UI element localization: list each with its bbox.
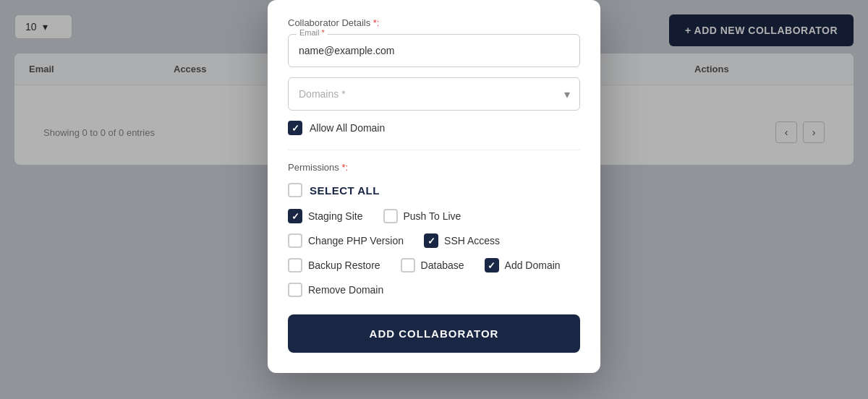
allow-all-domain-checkbox[interactable] bbox=[288, 121, 302, 135]
perm-staging-site: Staging Site bbox=[288, 209, 363, 223]
staging-site-label: Staging Site bbox=[308, 210, 363, 222]
perm-remove-domain: Remove Domain bbox=[288, 283, 383, 297]
change-php-label: Change PHP Version bbox=[308, 235, 404, 246]
select-all-checkbox[interactable] bbox=[288, 183, 302, 197]
email-field[interactable] bbox=[288, 34, 580, 67]
backup-restore-label: Backup Restore bbox=[308, 259, 380, 271]
allow-all-domain-label: Allow All Domain bbox=[310, 122, 385, 134]
perm-database: Database bbox=[401, 258, 464, 273]
change-php-checkbox[interactable] bbox=[288, 233, 302, 248]
perm-push-to-live: Push To Live bbox=[383, 209, 461, 223]
push-to-live-checkbox[interactable] bbox=[383, 209, 398, 223]
select-all-label: SELECT ALL bbox=[310, 184, 380, 197]
ssh-access-label: SSH Access bbox=[444, 235, 500, 246]
database-checkbox[interactable] bbox=[401, 258, 415, 273]
email-input-group: Email * bbox=[288, 34, 580, 67]
backup-restore-checkbox[interactable] bbox=[288, 258, 302, 273]
allow-all-domain-row: Allow All Domain bbox=[288, 121, 580, 135]
remove-domain-label: Remove Domain bbox=[308, 284, 383, 296]
permissions-row-4: Remove Domain bbox=[288, 283, 580, 297]
remove-domain-checkbox[interactable] bbox=[288, 283, 302, 297]
domains-placeholder: Domains * bbox=[299, 88, 346, 100]
push-to-live-label: Push To Live bbox=[404, 210, 461, 222]
add-domain-label: Add Domain bbox=[505, 259, 561, 271]
permissions-row-2: Change PHP Version SSH Access bbox=[288, 233, 580, 248]
domains-select[interactable]: Domains * bbox=[288, 77, 580, 111]
add-collaborator-label: ADD COLLABORATOR bbox=[370, 327, 499, 340]
perm-add-domain: Add Domain bbox=[485, 258, 561, 273]
modal-overlay: Collaborator Details *: Email * Domains … bbox=[0, 0, 868, 399]
required-star: *: bbox=[370, 17, 379, 28]
permissions-header: Permissions *: bbox=[288, 162, 580, 173]
permissions-grid: Staging Site Push To Live Change PHP Ver… bbox=[288, 209, 580, 297]
email-label: Email * bbox=[297, 28, 328, 37]
collaborator-details-label: Collaborator Details *: bbox=[288, 17, 580, 28]
permissions-row-1: Staging Site Push To Live bbox=[288, 209, 580, 223]
section-divider bbox=[288, 150, 580, 150]
permissions-row-3: Backup Restore Database Add Domain bbox=[288, 258, 580, 273]
database-label: Database bbox=[421, 259, 464, 271]
ssh-access-checkbox[interactable] bbox=[424, 233, 438, 248]
select-all-row: SELECT ALL bbox=[288, 183, 580, 197]
perm-change-php: Change PHP Version bbox=[288, 233, 404, 248]
add-domain-checkbox[interactable] bbox=[485, 258, 499, 273]
domains-select-wrapper: Domains * ▾ bbox=[288, 77, 580, 111]
perm-ssh-access: SSH Access bbox=[424, 233, 500, 248]
staging-site-checkbox[interactable] bbox=[288, 209, 302, 223]
add-collaborator-modal: Collaborator Details *: Email * Domains … bbox=[268, 0, 600, 373]
perm-backup-restore: Backup Restore bbox=[288, 258, 380, 273]
add-collaborator-button[interactable]: ADD COLLABORATOR bbox=[288, 314, 580, 353]
